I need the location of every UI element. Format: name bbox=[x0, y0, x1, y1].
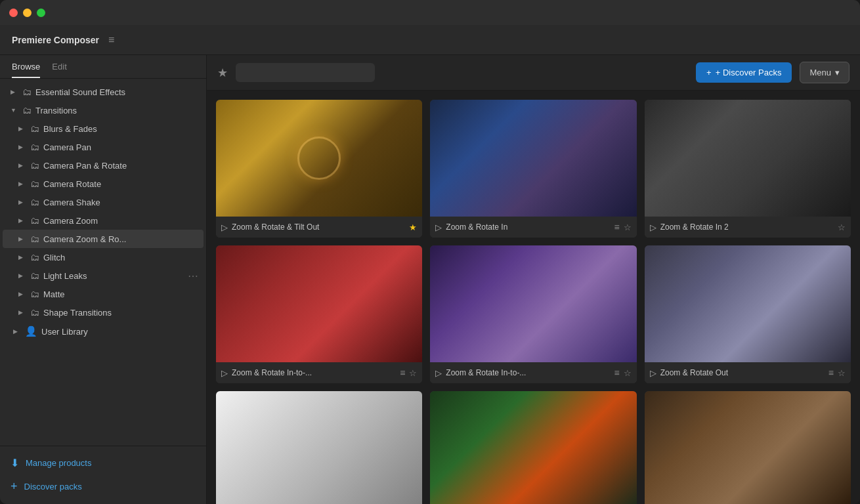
folder-icon: 🗂 bbox=[30, 160, 39, 171]
menu-icon-2[interactable]: ≡ bbox=[614, 222, 619, 232]
menu-button[interactable]: Menu ▾ bbox=[800, 62, 849, 83]
play-icon: ▷ bbox=[435, 222, 442, 232]
sidebar-item-label: Shape Transitions bbox=[43, 308, 196, 318]
folder-icon: 🗂 bbox=[30, 270, 39, 281]
media-thumbnail-3 bbox=[645, 100, 851, 217]
sidebar-item-label: Camera Rotate bbox=[43, 179, 196, 189]
star-icon-1[interactable]: ★ bbox=[409, 222, 417, 232]
favorite-filter-button[interactable]: ★ bbox=[217, 66, 228, 80]
chevron-right-icon: ▶ bbox=[18, 162, 26, 169]
user-library-label: User Library bbox=[41, 327, 88, 337]
media-card-2[interactable]: ▷ Zoom & Rotate In ≡ ☆ bbox=[430, 100, 636, 238]
chevron-right-icon: ▶ bbox=[18, 272, 26, 279]
chevron-right-icon: ▶ bbox=[11, 89, 18, 95]
media-card-9[interactable]: ▷ Zoom & Rotate Tilt In ☆ bbox=[645, 391, 851, 504]
sidebar-item-camera-pan-rotate[interactable]: ▶ 🗂 Camera Pan & Rotate bbox=[3, 156, 204, 175]
star-icon-3[interactable]: ☆ bbox=[838, 222, 846, 232]
menu-icon-6[interactable]: ≡ bbox=[828, 368, 834, 378]
sidebar-item-transitions[interactable]: ▼ 🗂 Transitions bbox=[3, 101, 204, 119]
tab-edit[interactable]: Edit bbox=[52, 62, 66, 78]
chevron-right-icon: ▶ bbox=[18, 254, 26, 261]
chevron-right-icon: ▶ bbox=[18, 144, 26, 150]
media-card-4[interactable]: ▷ Zoom & Rotate In-to-... ≡ ☆ bbox=[216, 245, 422, 383]
media-card-1[interactable]: ▷ Zoom & Rotate & Tilt Out ★ bbox=[216, 100, 422, 238]
sidebar-item-blurs-fades[interactable]: ▶ 🗂 Blurs & Fades bbox=[3, 119, 204, 138]
sidebar-item-label: Camera Pan bbox=[43, 142, 196, 152]
hamburger-menu-icon[interactable]: ≡ bbox=[108, 34, 114, 46]
folder-icon: 🗂 bbox=[30, 197, 39, 207]
maximize-button[interactable] bbox=[37, 9, 45, 17]
sidebar-item-camera-zoom[interactable]: ▶ 🗂 Camera Zoom bbox=[3, 211, 204, 230]
minimize-button[interactable] bbox=[23, 9, 32, 17]
media-thumbnail-2 bbox=[430, 100, 636, 217]
media-card-3[interactable]: ▷ Zoom & Rotate In 2 ☆ bbox=[645, 100, 851, 238]
star-icon-6[interactable]: ☆ bbox=[838, 368, 846, 378]
sidebar-item-label: Camera Shake bbox=[43, 198, 196, 207]
sidebar-scroll-container: ▶ 🗂 Essential Sound Effects ▼ 🗂 Transiti… bbox=[0, 79, 206, 446]
sidebar-bottom: ⬇ Manage products + Discover packs bbox=[0, 446, 206, 504]
discover-packs-header-button[interactable]: + + Discover Packs bbox=[696, 62, 792, 83]
media-card-6[interactable]: ▷ Zoom & Rotate Out ≡ ☆ bbox=[645, 245, 851, 383]
close-button[interactable] bbox=[9, 9, 18, 17]
sidebar-item-camera-shake[interactable]: ▶ 🗂 Camera Shake bbox=[3, 193, 204, 211]
folder-icon: 🗂 bbox=[22, 105, 32, 116]
media-card-5[interactable]: ▷ Zoom & Rotate In-to-... ≡ ☆ bbox=[430, 245, 636, 383]
media-title-2: Zoom & Rotate In bbox=[446, 222, 610, 232]
media-card-8[interactable]: ▷ Zoom & Rotate Out 3 ☆ bbox=[430, 391, 636, 504]
play-icon: ▷ bbox=[221, 368, 228, 378]
chevron-right-icon: ▶ bbox=[18, 236, 26, 242]
media-thumbnail-7 bbox=[216, 391, 422, 504]
folder-icon: 🗂 bbox=[30, 123, 39, 134]
search-input[interactable] bbox=[236, 63, 375, 82]
sidebar-item-camera-pan[interactable]: ▶ 🗂 Camera Pan bbox=[3, 138, 204, 156]
sidebar-item-label: Matte bbox=[43, 289, 196, 299]
media-title-1: Zoom & Rotate & Tilt Out bbox=[232, 222, 405, 232]
menu-icon-5[interactable]: ≡ bbox=[614, 368, 619, 378]
sidebar-item-camera-zoom-ro[interactable]: ▶ 🗂 Camera Zoom & Ro... bbox=[3, 230, 204, 248]
sidebar-item-user-library[interactable]: ▶ 👤 User Library bbox=[3, 322, 204, 341]
tab-bar: Browse Edit bbox=[0, 55, 206, 79]
manage-products-button[interactable]: ⬇ Manage products bbox=[0, 452, 206, 474]
chevron-right-icon: ▶ bbox=[18, 199, 26, 205]
media-info-2: ▷ Zoom & Rotate In ≡ ☆ bbox=[430, 217, 636, 238]
sidebar-item-matte[interactable]: ▶ 🗂 Matte bbox=[3, 285, 204, 303]
media-title-3: Zoom & Rotate In 2 bbox=[660, 222, 834, 232]
sidebar-item-camera-rotate[interactable]: ▶ 🗂 Camera Rotate bbox=[3, 175, 204, 193]
folder-icon: 🗂 bbox=[30, 234, 39, 244]
manage-products-label: Manage products bbox=[26, 458, 91, 468]
folder-icon: 🗂 bbox=[30, 307, 39, 318]
sidebar-item-light-leaks[interactable]: ▶ 🗂 Light Leaks ⋯ bbox=[3, 266, 204, 285]
sidebar-item-essential-sound-effects[interactable]: ▶ 🗂 Essential Sound Effects bbox=[3, 83, 204, 101]
folder-icon: 🗂 bbox=[22, 87, 32, 97]
discover-packs-button[interactable]: + Discover packs bbox=[0, 474, 206, 499]
sidebar-item-shape-transitions[interactable]: ▶ 🗂 Shape Transitions bbox=[3, 303, 204, 322]
media-thumbnail-1 bbox=[216, 100, 422, 217]
media-grid: ▷ Zoom & Rotate & Tilt Out ★ ▷ Zoom & Ro… bbox=[207, 91, 860, 504]
star-icon-5[interactable]: ☆ bbox=[624, 368, 632, 378]
media-info-4: ▷ Zoom & Rotate In-to-... ≡ ☆ bbox=[216, 362, 422, 383]
discover-packs-label: Discover packs bbox=[24, 482, 82, 492]
menu-icon-4[interactable]: ≡ bbox=[400, 368, 405, 378]
media-thumbnail-8 bbox=[430, 391, 636, 504]
media-card-7[interactable]: ▷ Zoom & Rotate Out 2 ☆ bbox=[216, 391, 422, 504]
media-title-4: Zoom & Rotate In-to-... bbox=[232, 368, 396, 377]
sidebar-item-label: Light Leaks bbox=[43, 271, 196, 281]
more-options-icon[interactable]: ⋯ bbox=[188, 270, 198, 282]
content-header: ★ 🔍 + + Discover Packs Menu ▾ bbox=[207, 55, 860, 91]
sidebar-item-glitch[interactable]: ▶ 🗂 Glitch bbox=[3, 248, 204, 266]
media-thumbnail-9 bbox=[645, 391, 851, 504]
tab-browse[interactable]: Browse bbox=[12, 62, 40, 78]
main-layout: Browse Edit ▶ 🗂 Essential Sound Effects … bbox=[0, 55, 860, 504]
folder-icon: 🗂 bbox=[30, 178, 39, 189]
search-container: 🔍 bbox=[236, 63, 688, 82]
media-info-1: ▷ Zoom & Rotate & Tilt Out ★ bbox=[216, 217, 422, 238]
star-icon-4[interactable]: ☆ bbox=[409, 368, 417, 378]
titlebar bbox=[0, 0, 860, 25]
media-info-3: ▷ Zoom & Rotate In 2 ☆ bbox=[645, 217, 851, 238]
sidebar-item-label: Camera Pan & Rotate bbox=[43, 161, 196, 171]
folder-icon: 🗂 bbox=[30, 142, 39, 152]
sidebar-item-label: Camera Zoom & Ro... bbox=[43, 234, 196, 244]
media-thumbnail-6 bbox=[645, 245, 851, 362]
thumbnail-overlay bbox=[216, 100, 422, 217]
star-icon-2[interactable]: ☆ bbox=[624, 222, 632, 232]
